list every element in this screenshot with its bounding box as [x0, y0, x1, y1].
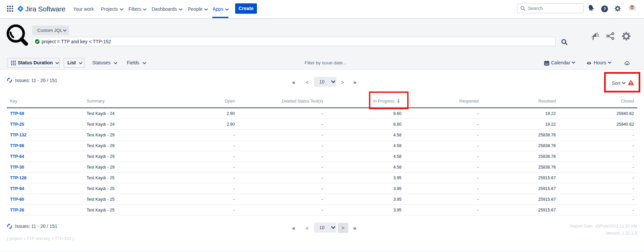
- svg-text:?: ?: [603, 6, 606, 11]
